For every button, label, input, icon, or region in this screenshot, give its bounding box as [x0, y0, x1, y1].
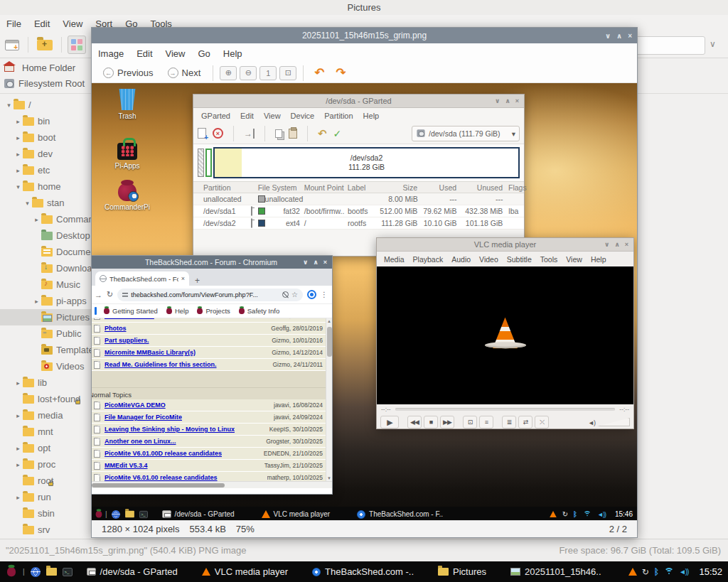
topic-meta: Gizmo, 10/01/2016 [272, 337, 323, 344]
rotate-right-button[interactable]: ↷ [332, 65, 350, 80]
zoom-in-button[interactable]: ⊕ [220, 66, 237, 80]
expander-icon[interactable] [14, 412, 23, 419]
menu-item[interactable]: Help [217, 48, 249, 59]
tab-close-icon: × [181, 275, 185, 282]
expander-icon[interactable] [14, 379, 23, 387]
wifi-icon[interactable] [664, 568, 674, 576]
reload-icon: ↻ [107, 290, 113, 299]
screenshot-image[interactable]: Trash Pi-Apps CommanderPi /dev/sda - GPa… [92, 83, 637, 522]
zoom-fit-button[interactable]: ⊡ [279, 66, 296, 80]
topic-meta: javavi, 16/08/2024 [274, 402, 323, 409]
icon-view-icon [71, 39, 82, 50]
expander-icon[interactable] [14, 118, 23, 125]
expander-icon[interactable] [14, 167, 23, 174]
zoom-original-button[interactable]: 1 [259, 66, 277, 80]
previous-track-button: ◀◀ [407, 416, 422, 429]
expander-icon[interactable] [23, 200, 32, 207]
path-bar-chevron-icon[interactable]: ∨ [710, 39, 716, 49]
next-button[interactable]: → Next [162, 68, 207, 78]
updates-icon[interactable]: ↻ [642, 567, 649, 577]
new-folder-button[interactable] [34, 36, 55, 54]
expander-icon[interactable] [14, 183, 23, 190]
new-tab-button[interactable] [2, 36, 22, 54]
topic-page-icon [94, 402, 100, 409]
menu-item[interactable]: Edit [130, 48, 159, 59]
expander-icon[interactable] [14, 461, 23, 468]
menu-item[interactable]: Image [92, 48, 130, 59]
icon-view-button[interactable] [68, 36, 86, 54]
task-icon [87, 568, 96, 576]
vertical-scrollbar: ▲ ▼ [326, 318, 332, 481]
menu-item[interactable]: View [159, 48, 192, 59]
tree-item-label: run [38, 492, 51, 502]
vlc-seek-row: --:-- --:-- [377, 404, 633, 414]
topic-page-icon [94, 474, 100, 482]
topic-link: Part suppliers. [105, 337, 149, 344]
vlc-menubar: MediaPlaybackAudioVideoSubtitleToolsView… [377, 252, 633, 266]
elapsed-time: --:-- [381, 406, 391, 413]
browser-launcher-icon[interactable] [31, 567, 41, 577]
tree-item-label: Videos [56, 361, 85, 372]
menu-item[interactable]: Edit [28, 18, 56, 29]
forum-topic-row: Leaving the Sinking ship - Moving to Lin… [92, 424, 326, 436]
close-button[interactable]: × [628, 32, 632, 40]
topic-meta: Gizmo, 14/12/2014 [272, 349, 323, 356]
system-taskbar: | >_ /dev/sda - GParted VLC media player… [0, 561, 728, 582]
terminal-launcher-icon[interactable]: >_ [63, 568, 73, 576]
folder-icon [41, 248, 53, 257]
folder-icon [23, 117, 34, 126]
status-file-info: "20251101_15h46m15s_grim.png" (540.4 KiB… [6, 545, 247, 556]
expander-icon[interactable] [14, 494, 23, 501]
tree-item-label: / [28, 99, 31, 110]
tune-icon [122, 292, 128, 297]
apply-icon: ✓ [333, 128, 342, 139]
expander-icon[interactable] [14, 134, 23, 141]
menu-item[interactable]: File [0, 18, 28, 29]
arrow-left-icon: ← [103, 68, 114, 78]
expander-icon[interactable] [32, 298, 41, 305]
previous-button[interactable]: ← Previous [97, 68, 159, 78]
vlc-video-area [377, 266, 633, 404]
taskbar-task[interactable]: TheBackShed.com -.. [312, 566, 414, 577]
menu-item[interactable]: View [56, 18, 89, 29]
vlc-tray-icon[interactable] [628, 568, 637, 576]
task-icon [510, 568, 520, 576]
expander-icon[interactable] [4, 102, 14, 109]
raspberry-menu-icon[interactable] [7, 567, 16, 577]
expander-icon[interactable] [14, 445, 23, 452]
zoom-out-button[interactable]: ⊖ [240, 66, 257, 80]
vlc-cone-base [485, 342, 526, 348]
folder-icon [23, 444, 34, 453]
minimize-button[interactable]: ∨ [605, 32, 611, 40]
menu-item: Subtitle [503, 255, 536, 264]
topic-page-icon [94, 337, 100, 345]
bluetooth-icon[interactable]: ᛒ [654, 567, 659, 577]
shuffle-button: ⤫ [535, 416, 549, 429]
taskbar-task[interactable]: 20251101_15h46.. [510, 566, 601, 577]
menu-item[interactable]: Go [192, 48, 217, 59]
zoom-level: 75% [236, 524, 255, 534]
tree-item-label: pi-apps [56, 296, 87, 306]
taskbar-task[interactable]: Pictures [438, 566, 486, 577]
image-viewer-toolbar: ← Previous → Next ⊕ ⊖ 1 ⊡ ↶ ↷ [92, 63, 637, 83]
taskbar-task[interactable]: VLC media player [202, 566, 288, 577]
task-icon [438, 568, 449, 576]
menu-item: Device [286, 112, 320, 120]
maximize-button[interactable]: ∧ [616, 32, 622, 40]
folder-icon [23, 395, 34, 404]
folder-icon [41, 281, 53, 289]
volume-icon[interactable]: ◄)) [679, 568, 689, 576]
copy-icon [275, 129, 282, 138]
expander-icon[interactable] [32, 216, 41, 223]
tree-item-label: etc [38, 165, 50, 176]
folder-icon [23, 134, 34, 142]
rotate-left-button[interactable]: ↶ [310, 65, 328, 80]
disk-icon [417, 129, 424, 136]
image-viewer-titlebar[interactable]: 20251101_15h46m15s_grim.png ∨ ∧ × [92, 28, 637, 43]
taskbar-task[interactable]: /dev/sda - GParted [87, 566, 178, 577]
stop-button: ■ [424, 416, 438, 429]
partition-row: /dev/sda1 fat32 /boot/firmw... bootfs 51… [193, 205, 524, 217]
file-manager-launcher-icon[interactable] [46, 568, 57, 576]
file-manager-titlebar: Pictures [0, 0, 728, 15]
expander-icon[interactable] [14, 151, 23, 158]
